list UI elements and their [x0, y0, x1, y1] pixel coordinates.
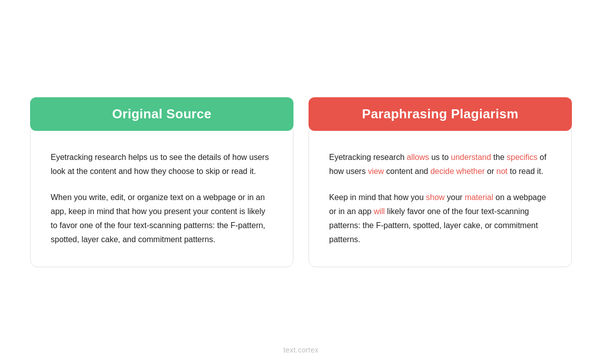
- highlight-show: show: [426, 193, 444, 202]
- highlight-material: material: [465, 193, 493, 202]
- plagiarism-title: Paraphrasing Plagiarism: [324, 106, 557, 122]
- highlight-not: not: [497, 167, 508, 175]
- highlight-allows: allows: [407, 153, 429, 161]
- main-container: Original Source Eyetracking research hel…: [0, 77, 602, 287]
- original-source-title: Original Source: [45, 106, 278, 122]
- highlight-will: will: [374, 207, 385, 216]
- plagiarism-paragraph-1: Eyetracking research allows us to unders…: [329, 150, 551, 178]
- left-column: Original Source Eyetracking research hel…: [30, 97, 293, 267]
- plagiarism-paragraph-2: Keep in mind that how you show your mate…: [329, 191, 551, 247]
- original-paragraph-2: When you write, edit, or organize text o…: [51, 191, 273, 247]
- highlight-specifics: specifics: [507, 153, 537, 161]
- plagiarism-card: Eyetracking research allows us to unders…: [309, 125, 572, 267]
- highlight-decide-whether: decide whether: [430, 167, 485, 175]
- original-source-card: Eyetracking research helps us to see the…: [30, 125, 293, 267]
- watermark: text.cortex: [283, 346, 319, 354]
- highlight-view: view: [368, 167, 384, 175]
- original-source-header: Original Source: [30, 97, 293, 131]
- highlight-understand: understand: [451, 153, 491, 161]
- plagiarism-header: Paraphrasing Plagiarism: [309, 97, 572, 131]
- original-paragraph-1: Eyetracking research helps us to see the…: [51, 150, 273, 178]
- right-column: Paraphrasing Plagiarism Eyetracking rese…: [309, 97, 572, 267]
